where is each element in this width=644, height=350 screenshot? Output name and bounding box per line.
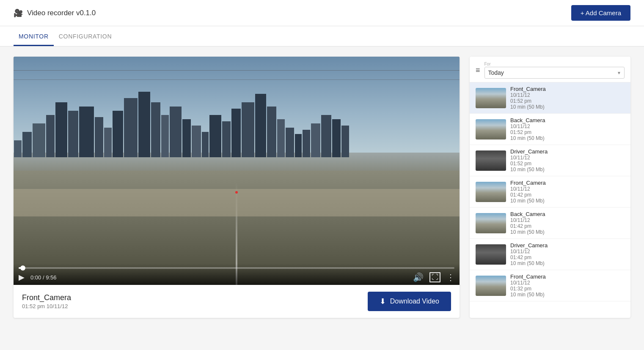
- item-date: 10/11/12: [510, 217, 545, 223]
- volume-icon[interactable]: 🔊: [413, 272, 424, 282]
- fullscreen-icon[interactable]: ⛶: [429, 272, 440, 282]
- item-info: Driver_Camera 10/11/12 01:42 pm 10 min (…: [510, 242, 548, 266]
- item-name: Driver_Camera: [510, 242, 548, 249]
- item-name: Back_Camera: [510, 117, 545, 123]
- item-duration: 10 min (50 Mb): [510, 260, 548, 266]
- video-list-item[interactable]: Front_Camera 10/11/12 01:42 pm 10 min (5…: [470, 176, 630, 208]
- video-controls: ▶ 0:00 / 9:56 🔊 ⛶ ⋮: [14, 264, 460, 285]
- download-label: Download Video: [390, 298, 439, 305]
- item-duration: 10 min (50 Mb): [510, 229, 545, 235]
- controls-row: ▶ 0:00 / 9:56 🔊 ⛶ ⋮: [19, 272, 454, 282]
- sidebar-filter-row: ≡ For Today Yesterday This Week This Mon…: [470, 57, 630, 82]
- more-icon[interactable]: ⋮: [446, 272, 454, 282]
- video-recorder-icon: 🎥: [14, 8, 23, 18]
- item-info: Front_Camera 10/11/12 01:52 pm 10 min (5…: [510, 86, 546, 110]
- progress-bar[interactable]: [19, 267, 454, 269]
- download-video-button[interactable]: ⬇ Download Video: [368, 292, 451, 311]
- tab-monitor[interactable]: MONITOR: [14, 26, 54, 46]
- video-subtitle: 01:52 pm 10/11/12: [22, 303, 71, 309]
- app-title: Video recorder v0.1.0: [27, 9, 96, 17]
- item-time: 01:42 pm: [510, 223, 545, 229]
- filter-label: For: [484, 62, 625, 66]
- item-name: Front_Camera: [510, 86, 546, 92]
- video-thumbnail: [476, 150, 506, 171]
- video-thumbnail: [476, 244, 506, 265]
- item-name: Front_Camera: [510, 180, 546, 186]
- download-icon: ⬇: [380, 297, 386, 306]
- item-duration: 10 min (50 Mb): [510, 135, 545, 141]
- item-duration: 10 min (50 Mb): [510, 198, 546, 204]
- video-thumbnail: [476, 119, 506, 139]
- video-player: ▶ 0:00 / 9:56 🔊 ⛶ ⋮: [14, 57, 460, 285]
- video-area: ▶ 0:00 / 9:56 🔊 ⛶ ⋮ Front_Camera 01:52 p…: [14, 57, 460, 318]
- play-icon[interactable]: ▶: [19, 273, 25, 282]
- item-date: 10/11/12: [510, 155, 548, 161]
- video-thumbnail: [476, 276, 506, 296]
- video-thumbnail: [476, 182, 506, 202]
- video-scene: [14, 57, 460, 285]
- tabs-bar: MONITOR CONFIGURATION: [0, 26, 644, 46]
- item-info: Driver_Camera 10/11/12 01:52 pm 10 min (…: [510, 148, 548, 172]
- filter-icon[interactable]: ≡: [476, 66, 480, 75]
- video-meta-info: Front_Camera 01:52 pm 10/11/12: [22, 293, 71, 309]
- filter-select-wrapper-inner: Today Yesterday This Week This Month: [484, 67, 625, 79]
- video-list-item[interactable]: Back_Camera 10/11/12 01:52 pm 10 min (50…: [470, 114, 630, 145]
- item-duration: 10 min (50 Mb): [510, 104, 546, 110]
- item-duration: 10 min (50 Mb): [510, 167, 548, 172]
- item-info: Back_Camera 10/11/12 01:42 pm 10 min (50…: [510, 211, 545, 235]
- item-date: 10/11/12: [510, 186, 546, 192]
- video-list-item[interactable]: Front_Camera 10/11/12 01:52 pm 10 min (5…: [470, 82, 630, 114]
- video-thumbnail: [476, 213, 506, 233]
- video-list: Front_Camera 10/11/12 01:52 pm 10 min (5…: [470, 82, 630, 318]
- item-duration: 10 min (50 Mb): [510, 292, 546, 298]
- item-time: 01:52 pm: [510, 161, 548, 167]
- item-info: Front_Camera 10/11/12 01:32 pm 10 min (5…: [510, 273, 546, 298]
- add-camera-button[interactable]: + Add Camera: [571, 5, 630, 21]
- video-list-item[interactable]: Driver_Camera 10/11/12 01:42 pm 10 min (…: [470, 239, 630, 270]
- time-display: 0:00 / 9:56: [30, 274, 407, 281]
- item-time: 01:52 pm: [510, 129, 545, 135]
- item-time: 01:52 pm: [510, 98, 546, 104]
- item-date: 10/11/12: [510, 123, 545, 129]
- item-time: 01:42 pm: [510, 254, 548, 260]
- video-list-item[interactable]: Front_Camera 10/11/12 01:32 pm 10 min (5…: [470, 270, 630, 301]
- sidebar: ≡ For Today Yesterday This Week This Mon…: [470, 57, 630, 318]
- app-header: 🎥 Video recorder v0.1.0 + Add Camera: [0, 0, 644, 26]
- item-date: 10/11/12: [510, 249, 548, 254]
- filter-select[interactable]: Today Yesterday This Week This Month: [484, 67, 625, 79]
- item-name: Front_Camera: [510, 273, 546, 280]
- item-name: Driver_Camera: [510, 148, 548, 155]
- video-list-item[interactable]: Driver_Camera 10/11/12 01:52 pm 10 min (…: [470, 145, 630, 176]
- item-name: Back_Camera: [510, 211, 545, 217]
- video-meta: Front_Camera 01:52 pm 10/11/12 ⬇ Downloa…: [14, 285, 460, 318]
- item-info: Front_Camera 10/11/12 01:42 pm 10 min (5…: [510, 180, 546, 204]
- video-list-item[interactable]: Back_Camera 10/11/12 01:42 pm 10 min (50…: [470, 208, 630, 239]
- main-content: ▶ 0:00 / 9:56 🔊 ⛶ ⋮ Front_Camera 01:52 p…: [0, 46, 644, 328]
- filter-select-wrapper: For Today Yesterday This Week This Month: [484, 62, 625, 79]
- item-date: 10/11/12: [510, 92, 546, 98]
- item-info: Back_Camera 10/11/12 01:52 pm 10 min (50…: [510, 117, 545, 141]
- tab-configuration[interactable]: CONFIGURATION: [54, 26, 117, 46]
- app-title-area: 🎥 Video recorder v0.1.0: [14, 8, 96, 18]
- item-time: 01:32 pm: [510, 286, 546, 292]
- time-current: 0:00: [30, 274, 41, 281]
- video-thumbnail: [476, 88, 506, 108]
- item-date: 10/11/12: [510, 280, 546, 286]
- item-time: 01:42 pm: [510, 192, 546, 198]
- progress-thumb[interactable]: [20, 265, 25, 271]
- video-title: Front_Camera: [22, 293, 71, 302]
- time-total: 9:56: [46, 274, 56, 281]
